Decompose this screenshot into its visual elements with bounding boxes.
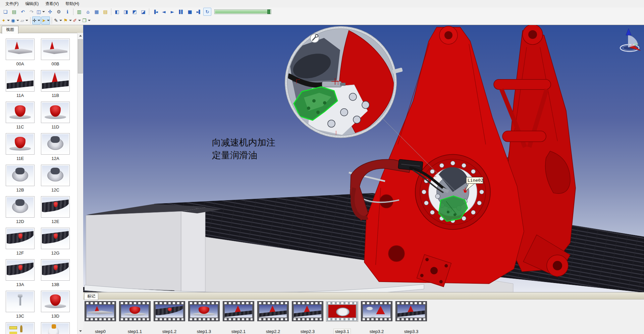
bom-table-button[interactable]: ▦ bbox=[93, 8, 101, 16]
step-item-step2.3[interactable]: step2.3 bbox=[292, 301, 323, 334]
camera-view-3-button[interactable]: ◩ bbox=[130, 8, 139, 16]
fit-window-button[interactable]: ✣ bbox=[46, 8, 54, 16]
marks-header: 标记 bbox=[83, 292, 644, 299]
step-item-step3.3[interactable]: step3.3 bbox=[395, 301, 427, 334]
text-flag-note-button[interactable]: ⚑ bbox=[63, 16, 72, 24]
camera-view-4-button[interactable]: ◪ bbox=[139, 8, 147, 16]
switch-document-button[interactable]: ◫ bbox=[36, 8, 45, 16]
play-prev-button[interactable]: ◄ bbox=[160, 8, 168, 16]
progress-handle[interactable] bbox=[267, 9, 270, 14]
section-box-button[interactable]: ▱ bbox=[20, 16, 29, 24]
home-view-button[interactable]: ⌂ bbox=[84, 8, 92, 16]
views-sidebar: 视图 00A00B11A11B11C11D11E12A12B12C12D12E1… bbox=[0, 25, 84, 334]
view-thumbnail-12B[interactable]: 12B bbox=[6, 165, 35, 192]
open-file-button[interactable]: ❏ bbox=[1, 8, 9, 16]
sidebar-scrollbar[interactable] bbox=[77, 33, 83, 334]
step-item-step3.1[interactable]: step3.1 bbox=[326, 301, 358, 334]
view-thumbnail-13D[interactable]: 13D bbox=[41, 291, 70, 318]
orbit-rotate-button[interactable]: ◉ bbox=[11, 16, 19, 24]
view-thumbnail-12C[interactable]: 12C bbox=[41, 165, 70, 192]
view-thumbnail-12A[interactable]: 12A bbox=[41, 133, 70, 161]
menu-item-edit[interactable]: 编辑(E) bbox=[22, 0, 42, 7]
step-item-step0[interactable]: step0 bbox=[85, 301, 116, 334]
view-thumbnail-11E[interactable]: 11E bbox=[6, 133, 35, 161]
step-item-step3.2[interactable]: step3.2 bbox=[361, 301, 392, 334]
view-thumbnail-11D[interactable]: 11D bbox=[41, 102, 70, 129]
view-thumbnail-00A[interactable]: 00A bbox=[6, 39, 35, 66]
view-label: 13C bbox=[6, 312, 35, 320]
text-flag-note-dropdown-icon[interactable] bbox=[69, 20, 72, 21]
step-label: step1.1 bbox=[126, 329, 144, 334]
step-item-step1.3[interactable]: step1.3 bbox=[188, 301, 220, 334]
settings-gear-button[interactable]: ⚙ bbox=[55, 8, 63, 16]
step-film-frame bbox=[85, 301, 116, 321]
pause-button[interactable]: ▌▌ bbox=[177, 8, 185, 16]
view-thumbnail-11B[interactable]: 11B bbox=[41, 70, 70, 98]
view-thumbnail-partial[interactable] bbox=[6, 322, 35, 334]
view-thumbnail-13C[interactable]: 13C bbox=[6, 291, 35, 318]
step-film-image bbox=[328, 305, 356, 318]
erase-markup-button[interactable]: ✐ bbox=[73, 16, 82, 24]
view-label: 00A bbox=[6, 60, 35, 67]
view-thumbnail-12E[interactable]: 12E bbox=[41, 196, 70, 224]
save-image-button[interactable]: ▤ bbox=[10, 8, 18, 16]
step-item-step2.2[interactable]: step2.2 bbox=[257, 301, 289, 334]
step-scene-plant bbox=[87, 305, 114, 318]
step-item-step2.1[interactable]: step2.1 bbox=[223, 301, 254, 334]
camera-view-2-button[interactable]: ◨ bbox=[122, 8, 130, 16]
view-thumbnail-00B[interactable]: 00B bbox=[41, 39, 70, 66]
erase-markup-dropdown-icon[interactable] bbox=[78, 20, 81, 21]
walk-mode-button[interactable]: ✛ bbox=[32, 16, 41, 24]
menu-item-file[interactable]: 文件(F) bbox=[2, 0, 22, 7]
view-thumbnail-12F[interactable]: 12F bbox=[6, 228, 35, 255]
play-last-button[interactable]: ►▌ bbox=[195, 8, 203, 16]
camera-view-1-button[interactable]: ◧ bbox=[113, 8, 121, 16]
animation-progress-bar[interactable] bbox=[214, 9, 271, 14]
walk-mode-dropdown-icon[interactable] bbox=[38, 20, 40, 21]
view-thumbnail-11C[interactable]: 11C bbox=[6, 102, 35, 129]
orbit-rotate-dropdown-icon[interactable] bbox=[16, 20, 19, 21]
step-item-step1.1[interactable]: step1.1 bbox=[119, 301, 151, 334]
play-first-button[interactable]: ▐◄ bbox=[151, 8, 159, 16]
pen-annotate-dropdown-icon[interactable] bbox=[59, 20, 62, 21]
view-thumbnail-12G[interactable]: 12G bbox=[41, 228, 70, 255]
about-info-button[interactable]: ℹ bbox=[63, 8, 71, 16]
view-thumbnail-12D[interactable]: 12D bbox=[6, 196, 35, 224]
scroll-up-icon[interactable] bbox=[77, 33, 83, 39]
report-note-button[interactable]: ▤ bbox=[101, 8, 109, 16]
marker-panel-dropdown-icon[interactable] bbox=[88, 20, 91, 21]
menu-item-help[interactable]: 帮助(H) bbox=[62, 0, 83, 7]
view-thumbnail-13B[interactable]: 13B bbox=[41, 259, 70, 287]
view-thumbnail-11A[interactable]: 11A bbox=[6, 70, 35, 98]
view-thumb-image bbox=[41, 39, 70, 60]
marker-panel-button[interactable]: ❐ bbox=[82, 16, 91, 24]
import-model-button[interactable]: ▥ bbox=[75, 8, 83, 16]
step-item-step1.2[interactable]: step1.2 bbox=[154, 301, 185, 334]
tab-marks[interactable]: 标记 bbox=[84, 293, 98, 300]
viewport-3d[interactable]: 向减速机内加注 定量润滑油 Line02 bbox=[83, 25, 644, 292]
scroll-down-icon[interactable] bbox=[77, 328, 83, 334]
play-button[interactable]: ► bbox=[168, 8, 176, 16]
camera-view-1-icon: ◧ bbox=[115, 9, 119, 14]
fly-mode-dropdown-icon[interactable] bbox=[47, 20, 50, 21]
redo-button[interactable]: ↷ bbox=[28, 8, 36, 16]
view-thumbnail-13A[interactable]: 13A bbox=[6, 259, 35, 287]
stop-button[interactable]: ■ bbox=[186, 8, 194, 16]
home-view-icon: ⌂ bbox=[87, 9, 90, 14]
section-box-icon: ▱ bbox=[20, 18, 24, 23]
step-label: step0 bbox=[94, 329, 107, 334]
switch-document-dropdown-icon[interactable] bbox=[42, 11, 45, 12]
loop-playback-button[interactable]: ↻ bbox=[203, 8, 211, 16]
menu-item-view[interactable]: 查看(V) bbox=[42, 0, 62, 7]
scrollbar-thumb[interactable] bbox=[78, 39, 83, 73]
pen-annotate-button[interactable]: ✎ bbox=[54, 16, 62, 24]
view-thumbnail-partial[interactable] bbox=[41, 322, 70, 334]
viewport-3d-scene[interactable]: 向减速机内加注 定量润滑油 Line02 bbox=[83, 25, 644, 292]
section-box-dropdown-icon[interactable] bbox=[25, 20, 28, 21]
explode-tool-button[interactable]: ✦ bbox=[1, 16, 10, 24]
fly-mode-button[interactable]: ➤ bbox=[41, 16, 50, 24]
undo-button[interactable]: ↶ bbox=[19, 8, 27, 16]
view-thumb-image bbox=[6, 165, 35, 186]
explode-tool-dropdown-icon[interactable] bbox=[7, 20, 10, 21]
toolbar-separator bbox=[111, 8, 111, 15]
